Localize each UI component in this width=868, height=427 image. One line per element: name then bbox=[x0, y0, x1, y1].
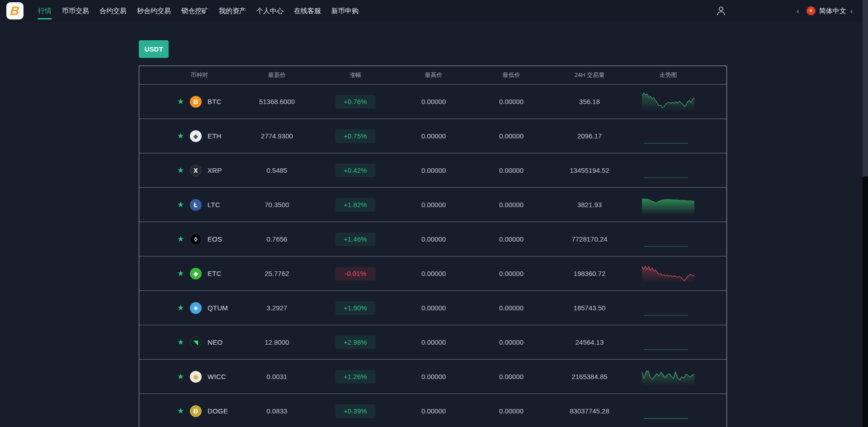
etc-coin-icon: ◆ bbox=[190, 268, 202, 280]
nav-item-币币交易[interactable]: 币币交易 bbox=[61, 0, 90, 22]
change-badge: +0.42% bbox=[335, 164, 376, 177]
top-navigation-bar: B 行情币币交易合约交易秒合约交易锁仓挖矿我的资产个人中心在线客服新币申购 ‹ … bbox=[0, 0, 868, 22]
column-header: 走势图 bbox=[629, 71, 708, 79]
nav-item-label: 合约交易 bbox=[99, 7, 127, 15]
high-price: 0.00000 bbox=[395, 235, 472, 243]
change-badge: +0.76% bbox=[335, 95, 376, 109]
column-header: 最新价 bbox=[238, 71, 316, 79]
trend-sparkline bbox=[629, 367, 708, 387]
favorite-star-icon[interactable]: ★ bbox=[177, 373, 184, 380]
user-account-icon[interactable] bbox=[716, 5, 726, 16]
coin-symbol: ETC bbox=[208, 270, 222, 277]
table-row-xrp[interactable]: ★ X XRP 0.5485 +0.42% 0.00000 0.00000 13… bbox=[139, 153, 726, 187]
chevron-left-icon[interactable]: ‹ bbox=[797, 7, 799, 15]
nav-item-我的资产[interactable]: 我的资产 bbox=[218, 0, 247, 22]
table-header-row: 币种对最新价涨幅最高价最低价24H 交易量走势图 bbox=[139, 66, 726, 84]
change-cell: +0.76% bbox=[316, 95, 395, 109]
table-row-doge[interactable]: ★ Đ DOGE 0.0833 +0.39% 0.00000 0.00000 8… bbox=[139, 394, 726, 427]
favorite-star-icon[interactable]: ★ bbox=[177, 407, 184, 415]
brand-logo-letter: B bbox=[10, 5, 20, 17]
doge-coin-icon: Đ bbox=[190, 405, 202, 417]
favorite-star-icon[interactable]: ★ bbox=[177, 98, 184, 105]
column-header: 涨幅 bbox=[316, 71, 395, 79]
change-cell: +2.98% bbox=[316, 336, 395, 349]
favorite-star-icon[interactable]: ★ bbox=[177, 235, 184, 243]
coin-symbol: NEO bbox=[208, 338, 222, 346]
table-row-qtum[interactable]: ★ ∗ QTUM 3.2927 +1.90% 0.00000 0.00000 1… bbox=[139, 290, 726, 325]
latest-price: 2774.9300 bbox=[238, 132, 316, 140]
low-price: 0.00000 bbox=[472, 270, 550, 277]
high-price: 0.00000 bbox=[395, 304, 472, 312]
table-row-ltc[interactable]: ★ Ł LTC 70.3500 +1.82% 0.00000 0.00000 3… bbox=[139, 187, 726, 222]
trend-sparkline bbox=[629, 92, 708, 112]
volume-24h: 2165384.85 bbox=[550, 373, 629, 380]
change-badge: +1.46% bbox=[335, 232, 376, 246]
change-cell: +1.90% bbox=[316, 301, 395, 315]
volume-24h: 356.18 bbox=[550, 98, 629, 105]
favorite-star-icon[interactable]: ★ bbox=[177, 338, 184, 346]
trend-sparkline bbox=[629, 298, 708, 318]
low-price: 0.00000 bbox=[472, 304, 550, 312]
coin-symbol: BTC bbox=[208, 98, 222, 105]
change-badge: +1.82% bbox=[335, 198, 376, 212]
latest-price: 12.8000 bbox=[238, 338, 316, 346]
table-row-wicc[interactable]: ★ ◉ WICC 0.0031 +1.26% 0.00000 0.00000 2… bbox=[139, 359, 726, 394]
nav-item-合约交易[interactable]: 合约交易 bbox=[99, 0, 127, 22]
change-badge: +0.75% bbox=[335, 129, 376, 143]
table-row-btc[interactable]: ★ B BTC 51368.6000 +0.76% 0.00000 0.0000… bbox=[139, 84, 726, 119]
nav-item-行情[interactable]: 行情 bbox=[37, 0, 52, 22]
favorite-star-icon[interactable]: ★ bbox=[177, 166, 184, 174]
scrollbar-thumb[interactable] bbox=[863, 0, 868, 176]
pair-cell: ★ X XRP bbox=[139, 165, 238, 176]
column-header: 币种对 bbox=[139, 71, 238, 79]
high-price: 0.00000 bbox=[395, 407, 472, 415]
coin-symbol: QTUM bbox=[208, 304, 228, 312]
brand-logo[interactable]: B bbox=[6, 2, 24, 19]
latest-price: 3.2927 bbox=[238, 304, 316, 312]
language-switcher: ‹ ★ 简体中文 ‹ bbox=[797, 0, 853, 22]
language-label[interactable]: 简体中文 bbox=[819, 7, 846, 15]
volume-24h: 13455194.52 bbox=[550, 166, 629, 174]
low-price: 0.00000 bbox=[472, 407, 550, 415]
latest-price: 0.7656 bbox=[238, 235, 316, 243]
nav-item-个人中心[interactable]: 个人中心 bbox=[255, 0, 284, 22]
page-scrollbar[interactable] bbox=[863, 0, 868, 427]
nav-item-label: 秒合约交易 bbox=[137, 7, 171, 15]
pair-cell: ★ Đ DOGE bbox=[139, 405, 238, 417]
pair-cell: ★ ◊ EOS bbox=[139, 233, 238, 245]
nav-item-在线客服[interactable]: 在线客服 bbox=[293, 0, 322, 22]
table-row-neo[interactable]: ★ ◥ NEO 12.8000 +2.98% 0.00000 0.00000 2… bbox=[139, 325, 726, 359]
volume-24h: 24564.13 bbox=[550, 338, 629, 346]
qtum-coin-icon: ∗ bbox=[190, 302, 202, 314]
nav-item-label: 锁仓挖矿 bbox=[181, 7, 208, 15]
language-flag-icon[interactable]: ★ bbox=[807, 6, 816, 15]
change-cell: +1.46% bbox=[316, 232, 395, 246]
favorite-star-icon[interactable]: ★ bbox=[177, 201, 184, 209]
flag-star-icon: ★ bbox=[809, 8, 813, 13]
coin-symbol: WICC bbox=[208, 373, 226, 380]
table-row-etc[interactable]: ★ ◆ ETC 25.7762 -0.01% 0.00000 0.00000 1… bbox=[139, 256, 726, 290]
nav-item-新币申购[interactable]: 新币申购 bbox=[330, 0, 359, 22]
main-nav: 行情币币交易合约交易秒合约交易锁仓挖矿我的资产个人中心在线客服新币申购 bbox=[37, 0, 359, 22]
favorite-star-icon[interactable]: ★ bbox=[177, 304, 184, 312]
market-tab-usdt[interactable]: USDT bbox=[139, 40, 169, 58]
low-price: 0.00000 bbox=[472, 201, 550, 209]
favorite-star-icon[interactable]: ★ bbox=[177, 270, 184, 277]
table-row-eos[interactable]: ★ ◊ EOS 0.7656 +1.46% 0.00000 0.00000 77… bbox=[139, 222, 726, 256]
change-badge: +2.98% bbox=[335, 336, 376, 349]
volume-24h: 2096.17 bbox=[550, 132, 629, 140]
chevron-collapse-icon[interactable]: ‹ bbox=[850, 7, 853, 15]
column-header: 最低价 bbox=[472, 71, 550, 79]
pair-cell: ★ ◥ NEO bbox=[139, 337, 238, 348]
table-row-eth[interactable]: ★ ◆ ETH 2774.9300 +0.75% 0.00000 0.00000… bbox=[139, 119, 726, 153]
eth-coin-icon: ◆ bbox=[190, 130, 202, 142]
high-price: 0.00000 bbox=[395, 132, 472, 140]
favorite-star-icon[interactable]: ★ bbox=[177, 132, 184, 140]
change-cell: +1.82% bbox=[316, 198, 395, 212]
ltc-coin-icon: Ł bbox=[190, 199, 202, 211]
nav-item-锁仓挖矿[interactable]: 锁仓挖矿 bbox=[180, 0, 209, 22]
table-body: ★ B BTC 51368.6000 +0.76% 0.00000 0.0000… bbox=[139, 84, 726, 427]
coin-symbol: EOS bbox=[208, 235, 222, 243]
nav-item-label: 新币申购 bbox=[331, 7, 359, 15]
nav-item-秒合约交易[interactable]: 秒合约交易 bbox=[136, 0, 172, 22]
